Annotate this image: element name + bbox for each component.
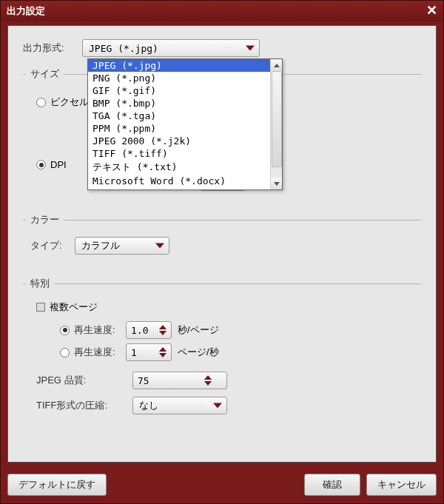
chevron-down-icon <box>159 353 166 357</box>
spinner-arrows[interactable] <box>159 325 171 335</box>
radio-icon <box>36 98 46 107</box>
scroll-thumb[interactable] <box>272 71 282 167</box>
chevron-down-icon <box>155 243 164 249</box>
jpeg-quality-input[interactable] <box>133 375 204 386</box>
radio-icon <box>36 160 46 169</box>
radio-icon <box>60 326 70 335</box>
size-legend: サイズ <box>26 67 64 81</box>
tiff-compress-value: なし <box>139 399 158 412</box>
tiff-compress-row: TIFF形式の圧縮: なし <box>36 397 421 414</box>
output-format-label: 出力形式: <box>23 41 82 55</box>
format-option[interactable]: GIF (*.gif) <box>88 84 282 97</box>
playspeed-2-label: 再生速度: <box>74 346 126 359</box>
format-option[interactable]: JPEG 2000 (*.j2k) <box>88 135 282 147</box>
color-type-label: タイプ: <box>30 239 75 252</box>
restore-defaults-label: デフォルトに戻す <box>18 478 95 491</box>
jpeg-quality-spinner[interactable] <box>132 372 227 389</box>
playspeed-1-unit: 秒/ページ <box>178 323 219 337</box>
output-format-selected: JPEG (*.jpg) <box>89 43 158 54</box>
titlebar: 出力設定 ✕ <box>1 1 443 21</box>
format-option[interactable]: Microsoft Word (*.docx) <box>88 175 282 187</box>
chevron-up-icon <box>204 375 212 380</box>
special-group: 特別 複数ページ 再生速度: 秒/ページ 再生速度: <box>23 277 421 426</box>
format-option[interactable]: JPEG (*.jpg) <box>88 59 282 72</box>
dialog-footer: デフォルトに戻す 確認 キャンセル <box>7 474 437 496</box>
playspeed-1-row[interactable]: 再生速度: 秒/ページ <box>60 321 421 339</box>
playspeed-1-label: 再生速度: <box>74 323 126 337</box>
tiff-compress-label: TIFF形式の圧縮: <box>36 399 132 412</box>
radio-pixel-label: ピクセル <box>50 95 89 109</box>
scroll-up-button[interactable] <box>271 59 282 71</box>
jpeg-quality-label: JPEG 品質: <box>36 374 132 387</box>
chevron-down-icon <box>204 381 212 386</box>
output-format-dropdown[interactable]: JPEG (*.jpg)PNG (*.png)GIF (*.gif)BMP (*… <box>87 58 283 190</box>
color-type-row: タイプ: カラフル <box>30 237 421 255</box>
playspeed-2-unit: ページ/秒 <box>178 346 219 359</box>
restore-defaults-button[interactable]: デフォルトに戻す <box>7 474 107 496</box>
close-icon[interactable]: ✕ <box>424 4 439 19</box>
output-settings-dialog: 出力設定 ✕ 出力形式: JPEG (*.jpg) サイズ ピクセル DPI <box>0 0 444 504</box>
spinner-arrows[interactable] <box>159 347 171 357</box>
tiff-compress-select[interactable]: なし <box>132 397 227 414</box>
color-type-value: カラフル <box>81 239 120 252</box>
playspeed-2-row[interactable]: 再生速度: ページ/秒 <box>60 343 421 361</box>
chevron-down-icon <box>246 46 255 51</box>
color-group: カラー タイプ: カラフル <box>23 213 421 266</box>
format-option[interactable]: PPM (*.ppm) <box>88 122 282 135</box>
chevron-down-icon <box>213 403 222 409</box>
color-legend: カラー <box>26 213 64 226</box>
chevron-down-icon <box>159 331 166 335</box>
radio-dpi-label: DPI <box>50 159 67 170</box>
jpeg-quality-row: JPEG 品質: <box>36 372 421 389</box>
cancel-button[interactable]: キャンセル <box>366 474 437 496</box>
chevron-up-icon <box>159 325 166 329</box>
special-legend: 特別 <box>26 277 54 290</box>
ok-button[interactable]: 確認 <box>304 474 360 496</box>
ok-label: 確認 <box>323 478 342 491</box>
checkbox-icon <box>36 303 45 312</box>
format-option[interactable]: リッチテキスト形式 (*.rtf) <box>88 187 282 190</box>
scroll-down-button[interactable] <box>271 178 282 189</box>
multipage-label: 複数ページ <box>50 300 98 314</box>
dialog-title: 出力設定 <box>7 4 45 18</box>
multipage-row[interactable]: 複数ページ <box>36 300 421 314</box>
output-format-row: 出力形式: JPEG (*.jpg) <box>23 39 421 57</box>
scrollbar[interactable] <box>270 59 282 189</box>
spinner-arrows[interactable] <box>204 375 216 386</box>
output-format-select[interactable]: JPEG (*.jpg) <box>82 39 260 57</box>
chevron-up-icon <box>159 347 166 352</box>
format-option[interactable]: TGA (*.tga) <box>88 110 282 122</box>
playspeed-2-spinner[interactable] <box>126 343 172 361</box>
playspeed-1-spinner[interactable] <box>126 321 172 339</box>
format-option[interactable]: テキスト (*.txt) <box>88 160 282 175</box>
format-option[interactable]: PNG (*.png) <box>88 72 282 84</box>
chevron-down-icon <box>274 182 280 186</box>
format-option[interactable]: TIFF (*.tiff) <box>88 147 282 160</box>
playspeed-2-input[interactable] <box>127 347 159 358</box>
cancel-label: キャンセル <box>377 478 426 491</box>
chevron-up-icon <box>274 64 280 67</box>
playspeed-1-input[interactable] <box>127 325 159 336</box>
format-option[interactable]: BMP (*.bmp) <box>88 97 282 110</box>
radio-icon <box>60 348 70 357</box>
color-type-select[interactable]: カラフル <box>75 237 169 255</box>
